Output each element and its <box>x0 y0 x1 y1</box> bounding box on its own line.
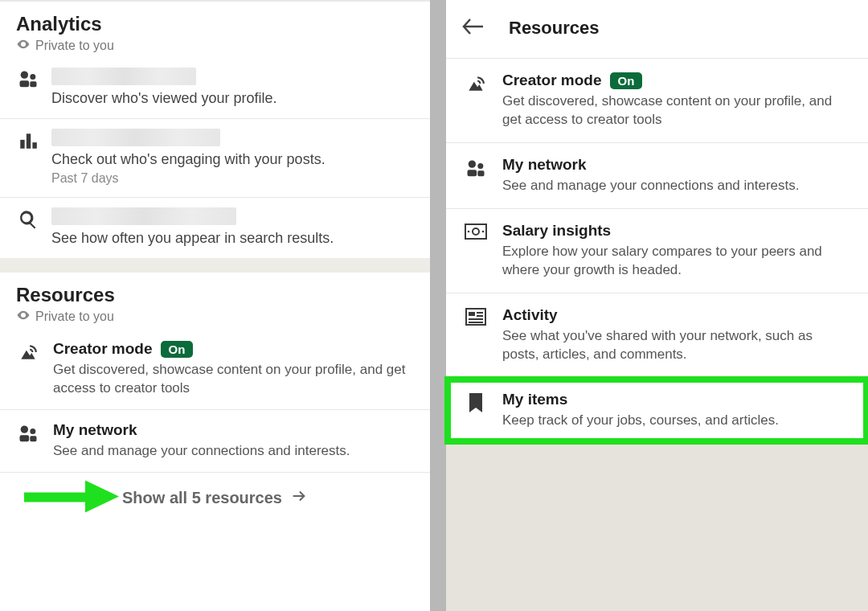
svg-point-18 <box>473 228 479 235</box>
annotation-arrow <box>24 481 121 517</box>
arrow-right-icon <box>290 487 308 509</box>
svg-rect-26 <box>469 322 483 323</box>
svg-point-13 <box>469 160 476 167</box>
show-all-resources-button[interactable]: Show all 5 resources <box>0 472 430 525</box>
resource-row-title: Creator mode <box>53 340 153 358</box>
resource-row-my-network[interactable]: My network See and manage your connectio… <box>446 143 868 209</box>
analytics-row-desc: Discover who's viewed your profile. <box>51 90 414 107</box>
redacted-value <box>51 68 196 85</box>
svg-point-20 <box>482 231 485 233</box>
panel-left: Analytics Private to you Discover who's … <box>0 0 430 611</box>
people-icon <box>16 68 40 92</box>
people-icon <box>16 421 40 461</box>
bar-chart-icon <box>16 129 40 153</box>
svg-rect-23 <box>477 312 483 314</box>
resource-row-creator-mode[interactable]: Creator mode On Get discovered, showcase… <box>446 59 868 143</box>
svg-rect-11 <box>24 493 87 502</box>
panel-right: Resources Creator mode On Get discovered… <box>446 0 868 611</box>
resource-row-title: My network <box>502 156 850 174</box>
analytics-row-body: Discover who's viewed your profile. <box>51 68 414 107</box>
analytics-row-desc: Check out who's engaging with your posts… <box>51 151 414 168</box>
svg-rect-4 <box>20 140 24 149</box>
resource-row-desc: Get discovered, showcase content on your… <box>502 92 850 129</box>
resource-row-title-wrap: Creator mode On <box>53 340 414 358</box>
section-divider <box>0 258 430 273</box>
satellite-icon <box>464 72 488 129</box>
analytics-row-desc: See how often you appear in search resul… <box>51 230 414 247</box>
svg-point-14 <box>477 163 483 169</box>
analytics-row-search-appearances[interactable]: See how often you appear in search resul… <box>0 198 430 258</box>
svg-point-8 <box>30 429 35 434</box>
resources-heading: Resources <box>16 284 414 306</box>
analytics-row-post-engagement[interactable]: Check out who's engaging with your posts… <box>0 119 430 198</box>
analytics-row-sub: Past 7 days <box>51 171 414 186</box>
resource-row-my-network[interactable]: My network See and manage your connectio… <box>0 410 430 472</box>
back-button[interactable] <box>461 16 486 40</box>
svg-rect-2 <box>20 80 30 87</box>
resource-row-title: My items <box>502 391 850 408</box>
svg-rect-6 <box>32 142 36 149</box>
analytics-row-profile-views[interactable]: Discover who's viewed your profile. <box>0 58 430 119</box>
resource-row-desc: Get discovered, showcase content on your… <box>53 361 414 398</box>
svg-rect-24 <box>477 315 483 317</box>
resources-privacy: Private to you <box>16 308 414 326</box>
resource-row-desc: Explore how your salary compares to your… <box>502 243 850 280</box>
resource-row-title: Salary insights <box>502 222 850 240</box>
resource-row-title: Creator mode <box>502 72 602 89</box>
svg-rect-22 <box>469 312 475 316</box>
resource-row-body: My network See and manage your connectio… <box>502 156 850 195</box>
panel-divider <box>430 0 446 611</box>
people-icon <box>464 156 488 195</box>
redacted-value <box>51 207 236 225</box>
resource-row-creator-mode[interactable]: Creator mode On Get discovered, showcase… <box>0 329 430 410</box>
analytics-row-body: Check out who's engaging with your posts… <box>51 129 414 186</box>
analytics-heading: Analytics <box>16 13 414 35</box>
resource-row-body: My items Keep track of your jobs, course… <box>502 391 850 430</box>
svg-point-0 <box>21 72 28 79</box>
analytics-privacy: Private to you <box>16 37 414 55</box>
eye-icon <box>16 37 31 55</box>
empty-space <box>446 443 868 612</box>
resource-row-body: Activity See what you've shared with you… <box>502 306 850 364</box>
resources-section-header: Resources Private to you <box>0 273 430 329</box>
money-icon <box>464 222 488 280</box>
svg-rect-9 <box>20 435 30 441</box>
newspaper-icon <box>464 306 488 364</box>
resource-row-title-wrap: Creator mode On <box>502 72 850 89</box>
svg-point-7 <box>21 425 28 433</box>
creator-mode-badge: On <box>161 341 194 358</box>
svg-rect-10 <box>30 436 36 441</box>
satellite-icon <box>16 340 40 398</box>
analytics-privacy-text: Private to you <box>35 39 114 53</box>
resource-row-title: My network <box>53 421 414 439</box>
resource-row-body: Salary insights Explore how your salary … <box>502 222 850 280</box>
svg-rect-3 <box>30 81 36 87</box>
eye-icon <box>16 308 31 326</box>
resource-row-desc: See what you've shared with your network… <box>502 327 850 364</box>
resource-row-desc: See and manage your connections and inte… <box>502 177 850 195</box>
resources-page-header: Resources <box>446 0 868 59</box>
resource-row-desc: Keep track of your jobs, courses, and ar… <box>502 412 850 430</box>
bookmark-icon <box>464 391 488 430</box>
creator-mode-badge: On <box>610 72 643 89</box>
resource-row-desc: See and manage your connections and inte… <box>53 442 414 461</box>
resource-row-body: My network See and manage your connectio… <box>53 421 414 461</box>
analytics-section-header: Analytics Private to you <box>0 2 430 58</box>
svg-point-19 <box>468 231 470 233</box>
svg-marker-12 <box>85 481 119 513</box>
resources-privacy-text: Private to you <box>35 310 114 324</box>
svg-rect-5 <box>27 133 31 148</box>
svg-rect-16 <box>477 170 484 176</box>
resource-row-my-items[interactable]: My items Keep track of your jobs, course… <box>446 378 868 443</box>
svg-point-1 <box>30 74 35 80</box>
search-icon <box>16 207 40 232</box>
resource-row-title: Activity <box>502 306 850 324</box>
resource-row-body: Creator mode On Get discovered, showcase… <box>502 72 850 129</box>
analytics-row-body: See how often you appear in search resul… <box>51 207 414 247</box>
show-all-label: Show all 5 resources <box>122 489 282 507</box>
resource-row-salary-insights[interactable]: Salary insights Explore how your salary … <box>446 209 868 293</box>
resource-row-activity[interactable]: Activity See what you've shared with you… <box>446 293 868 378</box>
redacted-value <box>51 129 220 146</box>
resource-row-body: Creator mode On Get discovered, showcase… <box>53 340 414 398</box>
svg-rect-25 <box>469 318 483 320</box>
